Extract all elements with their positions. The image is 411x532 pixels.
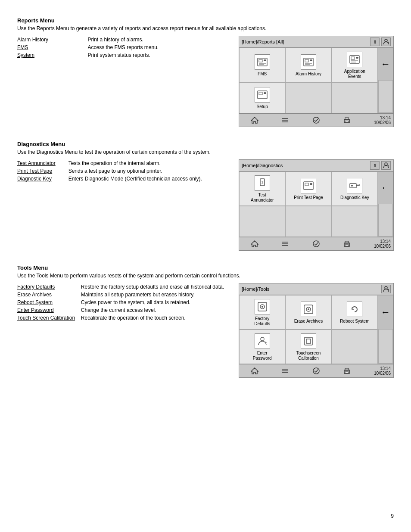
- setup-cell[interactable]: Setup: [239, 82, 285, 113]
- alarm-history-link[interactable]: Alarm History: [17, 36, 87, 44]
- diagnostics-panel-footer: 13:14 10/02/06: [239, 237, 393, 250]
- diagnostic-key-link[interactable]: Diagnostic Key: [17, 175, 68, 183]
- nav-user-button[interactable]: [381, 37, 391, 46]
- reports-panel-nav: ⇧: [370, 37, 391, 46]
- enter-password-icon: [255, 333, 270, 349]
- reports-title: Reports Menu: [17, 17, 394, 24]
- svg-marker-60: [251, 368, 258, 374]
- svg-point-44: [313, 241, 319, 247]
- tools-empty-1: [332, 330, 378, 364]
- tools-panel-title: [Home]/Tools: [242, 286, 269, 292]
- touch-calibration-link[interactable]: Touch Screen Calibration: [17, 314, 81, 322]
- tools-footer-time-value: 13:14: [380, 366, 391, 371]
- tools-footer-home-button[interactable]: [239, 366, 270, 376]
- erase-archives-link[interactable]: Erase Archives: [17, 291, 81, 299]
- footer-check-button[interactable]: [301, 115, 332, 125]
- alarm-history-desc: Print a history of alarms.: [87, 36, 226, 44]
- test-annunciator-cell[interactable]: 1 TestAnnunciator: [239, 171, 285, 206]
- svg-point-55: [308, 308, 309, 310]
- fms-link[interactable]: FMS: [17, 44, 87, 51]
- diag-footer-home-button[interactable]: [239, 239, 270, 249]
- tools-desc: Use the Tools Menu to perform various re…: [17, 273, 394, 279]
- svg-line-57: [266, 342, 266, 343]
- diag-footer-time-value: 13:14: [380, 239, 391, 244]
- svg-rect-58: [305, 337, 312, 345]
- svg-point-28: [385, 163, 387, 165]
- diagnostic-key-desc: Enters Diagnostic Mode (Certified techni…: [68, 175, 226, 183]
- list-item: Reboot System Cycles power to the system…: [17, 299, 226, 306]
- test-annunciator-icon: 1: [255, 175, 270, 191]
- factory-defaults-icon: [255, 299, 270, 314]
- factory-defaults-link[interactable]: Factory Defaults: [17, 283, 81, 291]
- footer-print-button[interactable]: [332, 115, 363, 125]
- diag-footer-list-button[interactable]: [270, 239, 301, 249]
- tools-panel-header: [Home]/Tools: [239, 283, 393, 295]
- tools-left: Factory Defaults Restore the factory set…: [17, 283, 226, 322]
- app-events-label: ApplicationEvents: [344, 69, 365, 79]
- tools-footer-time: 13:14 10/02/06: [362, 366, 393, 376]
- diag-footer-print-button[interactable]: [332, 239, 363, 249]
- print-test-cell[interactable]: Print Test Page: [285, 171, 331, 206]
- tools-menu-table: Factory Defaults Restore the factory set…: [17, 283, 226, 322]
- svg-text:1: 1: [261, 180, 263, 184]
- diagnostics-title: Diagnostics Menu: [17, 141, 394, 147]
- tools-footer-print-button[interactable]: [332, 366, 363, 376]
- diag-back-button[interactable]: ←: [378, 172, 393, 204]
- system-link[interactable]: System: [17, 51, 87, 59]
- empty-cell-2: [332, 82, 378, 113]
- test-annunciator-link[interactable]: Test Annunciator: [17, 159, 68, 167]
- reports-left: Alarm History Print a history of alarms.…: [17, 36, 226, 59]
- svg-rect-8: [305, 59, 308, 62]
- diag-side-empty: [378, 204, 393, 236]
- svg-rect-27: [345, 121, 349, 122]
- fms-icon: [255, 54, 270, 70]
- diag-footer-check-button[interactable]: [301, 239, 332, 249]
- enter-password-cell[interactable]: EnterPassword: [239, 330, 285, 364]
- app-events-cell[interactable]: ApplicationEvents: [332, 48, 378, 82]
- footer-time-value: 13:14: [380, 115, 391, 120]
- nav-up-button[interactable]: ⇧: [370, 37, 380, 46]
- footer-home-button[interactable]: [239, 115, 270, 125]
- svg-point-39: [351, 185, 353, 187]
- tools-nav-user-button[interactable]: [381, 285, 391, 293]
- erase-archives-cell[interactable]: Erase Archives: [285, 295, 331, 330]
- diagnostics-left: Test Annunciator Tests the operation of …: [17, 159, 226, 183]
- tools-footer-date-value: 10/02/06: [374, 371, 391, 376]
- back-button[interactable]: ←: [378, 48, 393, 80]
- svg-line-49: [388, 289, 389, 290]
- reports-panel-body: FMS Alarm History ApplicationEvents: [239, 48, 393, 113]
- svg-point-19: [264, 92, 266, 94]
- diagnostics-panel: [Home]/Diagnostics ⇧ 1 TestAnnunciator: [239, 159, 394, 251]
- diagnostic-key-cell[interactable]: Diagnostic Key: [332, 171, 378, 206]
- print-test-link[interactable]: Print Test Page: [17, 167, 68, 175]
- tools-footer-list-button[interactable]: [270, 366, 301, 376]
- footer-list-button[interactable]: [270, 115, 301, 125]
- tools-footer-check-button[interactable]: [301, 366, 332, 376]
- system-desc: Print system status reports.: [87, 51, 226, 59]
- list-item: Enter Password Change the current access…: [17, 306, 226, 314]
- alarm-history-cell[interactable]: Alarm History: [285, 48, 331, 82]
- reports-panel: [Home]/Reports [All] ⇧ FMS: [239, 36, 394, 127]
- svg-point-48: [385, 286, 387, 289]
- factory-defaults-cell[interactable]: FactoryDefaults: [239, 295, 285, 330]
- erase-archives-label: Erase Archives: [294, 319, 323, 324]
- print-test-icon: [301, 178, 316, 193]
- svg-rect-47: [345, 245, 349, 246]
- reports-footer-time: 13:14 10/02/06: [362, 115, 393, 125]
- diag-nav-up-button[interactable]: ⇧: [370, 161, 380, 170]
- reboot-system-cell[interactable]: Reboot System: [332, 295, 378, 330]
- tools-back-button[interactable]: ←: [378, 296, 393, 329]
- list-item: Test Annunciator Tests the operation of …: [17, 159, 226, 167]
- svg-point-64: [313, 368, 319, 374]
- tools-content: Factory Defaults Restore the factory set…: [17, 283, 394, 378]
- reboot-system-link[interactable]: Reboot System: [17, 299, 81, 306]
- enter-password-link[interactable]: Enter Password: [17, 306, 81, 314]
- diag-nav-user-button[interactable]: [381, 161, 391, 170]
- svg-rect-59: [306, 339, 311, 343]
- fms-cell[interactable]: FMS: [239, 48, 285, 82]
- diag-empty-1: [239, 206, 285, 237]
- fms-label: FMS: [258, 72, 267, 77]
- svg-point-24: [313, 117, 319, 123]
- touchscreen-cal-cell[interactable]: TouchscreenCalibration: [285, 330, 331, 364]
- svg-point-34: [310, 183, 312, 185]
